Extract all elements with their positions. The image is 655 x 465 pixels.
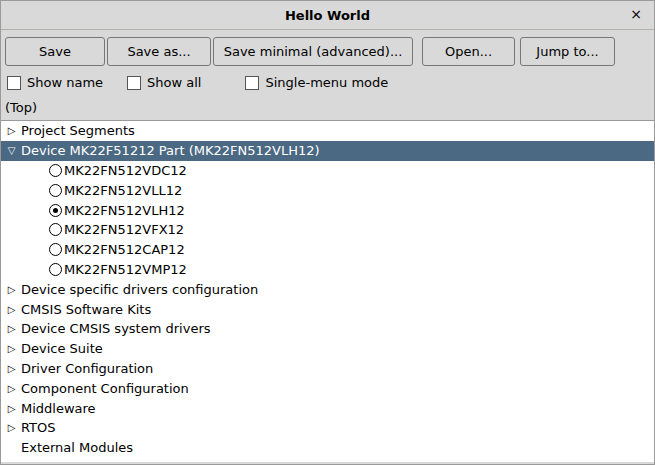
- checkbox-box[interactable]: [245, 76, 259, 90]
- tree-row-rtos[interactable]: ▷ RTOS: [1, 418, 654, 438]
- tree-item-label: Middleware: [21, 401, 96, 416]
- tree-row-cmsis-software-kits[interactable]: ▷ CMSIS Software Kits: [1, 299, 654, 319]
- expander-collapsed-icon[interactable]: ▷: [5, 402, 18, 415]
- checkbox-show-all[interactable]: Show all: [127, 75, 201, 90]
- open-button[interactable]: Open...: [422, 37, 515, 66]
- tree-row-device-part[interactable]: ▽ Device MK22F51212 Part (MK22FN512VLH12…: [1, 141, 654, 161]
- radio-icon[interactable]: [49, 184, 62, 197]
- radio-icon[interactable]: [49, 164, 62, 177]
- tree-item-label: Project Segments: [21, 123, 135, 138]
- tree-item-label: CMSIS Software Kits: [21, 302, 151, 317]
- tree-item-label: MK22FN512CAP12: [64, 242, 185, 257]
- tree-row-device-drivers-config[interactable]: ▷ Device specific drivers configuration: [1, 279, 654, 299]
- radio-icon[interactable]: [49, 243, 62, 256]
- toolbar: Save Save as... Save minimal (advanced).…: [1, 30, 654, 72]
- checkbox-show-name[interactable]: Show name: [7, 75, 103, 90]
- save-as-button[interactable]: Save as...: [107, 37, 211, 66]
- tree-row-radio-option[interactable]: MK22FN512VLH12: [1, 200, 654, 220]
- tree-item-label: MK22FN512VLH12: [64, 203, 185, 218]
- expander-collapsed-icon[interactable]: ▷: [5, 124, 18, 137]
- save-button[interactable]: Save: [5, 37, 105, 66]
- tree-item-label: Device Suite: [21, 341, 103, 356]
- tree-row-radio-option[interactable]: MK22FN512VFX12: [1, 220, 654, 240]
- tree-item-label: MK22FN512VDC12: [64, 163, 187, 178]
- tree-item-label: MK22FN512VFX12: [64, 222, 184, 237]
- tree-row-device-suite[interactable]: ▷ Device Suite: [1, 339, 654, 359]
- expander-collapsed-icon[interactable]: ▷: [5, 382, 18, 395]
- checkbox-single-menu-mode[interactable]: Single-menu mode: [245, 75, 388, 90]
- radio-icon[interactable]: [49, 223, 62, 236]
- radio-icon[interactable]: [49, 263, 62, 276]
- expander-expanded-icon[interactable]: ▽: [5, 144, 18, 157]
- close-icon[interactable]: ×: [630, 7, 642, 21]
- checkbox-label: Single-menu mode: [265, 75, 388, 90]
- tree-item-label: Device CMSIS system drivers: [21, 321, 211, 336]
- tree-row-radio-option[interactable]: MK22FN512VLL12: [1, 180, 654, 200]
- top-breadcrumb: (Top): [1, 94, 654, 120]
- expander-collapsed-icon[interactable]: ▷: [5, 283, 18, 296]
- tree-item-label: RTOS: [21, 420, 56, 435]
- jump-to-button[interactable]: Jump to...: [520, 37, 615, 66]
- tree-item-label: Component Configuration: [21, 381, 189, 396]
- checkbox-box[interactable]: [7, 76, 21, 90]
- tree-row-device-cmsis-system-drivers[interactable]: ▷ Device CMSIS system drivers: [1, 319, 654, 339]
- tree-row-driver-configuration[interactable]: ▷ Driver Configuration: [1, 359, 654, 379]
- expander-collapsed-icon[interactable]: ▷: [5, 421, 18, 434]
- expander-collapsed-icon[interactable]: ▷: [5, 303, 18, 316]
- tree-row-middleware[interactable]: ▷ Middleware: [1, 398, 654, 418]
- checkbox-box[interactable]: [127, 76, 141, 90]
- tree-row-radio-option[interactable]: MK22FN512VDC12: [1, 161, 654, 181]
- config-tree: ▷ Project Segments ▽ Device MK22F51212 P…: [1, 120, 654, 462]
- save-minimal-button[interactable]: Save minimal (advanced)...: [213, 37, 413, 66]
- tree-row-radio-option[interactable]: MK22FN512CAP12: [1, 240, 654, 260]
- tree-row-component-configuration[interactable]: ▷ Component Configuration: [1, 378, 654, 398]
- checkbox-label: Show all: [147, 75, 201, 90]
- tree-row-project-segments[interactable]: ▷ Project Segments: [1, 121, 654, 141]
- tree-row-external-modules[interactable]: External Modules: [1, 438, 654, 458]
- checkbox-label: Show name: [27, 75, 103, 90]
- tree-item-label: MK22FN512VLL12: [64, 183, 182, 198]
- expander-collapsed-icon[interactable]: ▷: [5, 322, 18, 335]
- radio-checked-icon[interactable]: [49, 204, 62, 217]
- tree-item-label: MK22FN512VMP12: [64, 262, 187, 277]
- title-bar: Hello World ×: [1, 1, 654, 30]
- options-row: Show name Show all Single-menu mode: [1, 72, 654, 94]
- tree-row-radio-option[interactable]: MK22FN512VMP12: [1, 260, 654, 280]
- tree-item-label: Device MK22F51212 Part (MK22FN512VLH12): [21, 143, 320, 158]
- window-title: Hello World: [285, 8, 370, 23]
- tree-item-label: Device specific drivers configuration: [21, 282, 258, 297]
- tree-item-label: Driver Configuration: [21, 361, 153, 376]
- tree-item-label: External Modules: [21, 440, 133, 455]
- expander-collapsed-icon[interactable]: ▷: [5, 342, 18, 355]
- expander-collapsed-icon[interactable]: ▷: [5, 362, 18, 375]
